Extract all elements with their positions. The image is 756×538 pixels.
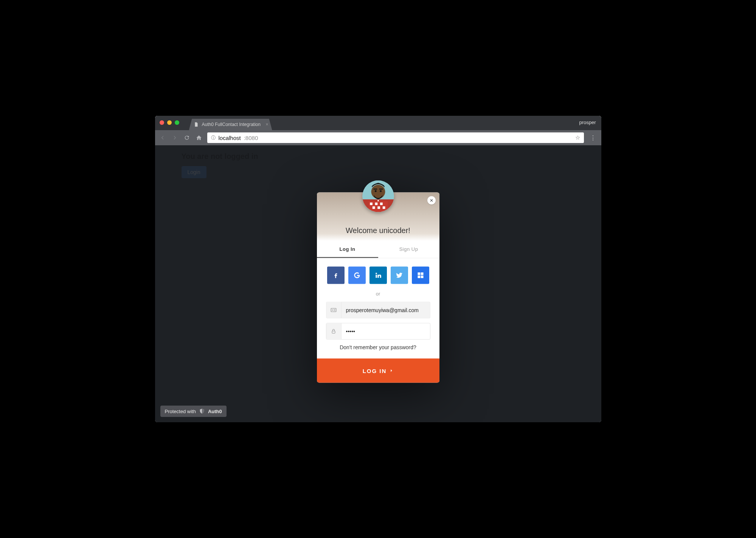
microsoft-login-button[interactable] <box>412 267 429 284</box>
svg-rect-11 <box>380 202 383 205</box>
svg-rect-10 <box>375 202 377 205</box>
email-icon <box>326 302 342 318</box>
svg-point-4 <box>374 190 376 192</box>
url-host: localhost <box>219 135 241 141</box>
address-bar[interactable]: ⓘ localhost:8080 ☆ <box>207 132 584 143</box>
svg-rect-6 <box>373 188 377 190</box>
auth-tabs: Log In Sign Up <box>317 241 439 258</box>
svg-rect-19 <box>331 308 336 312</box>
auth-modal: ✕ Welcome unicoder! Log In Sign Up or <box>317 193 439 383</box>
email-input[interactable] <box>342 307 430 313</box>
facebook-login-button[interactable] <box>327 267 345 284</box>
email-field-wrap <box>326 302 430 319</box>
browser-window: Auth0 FullContact Integration × prosper … <box>155 116 601 422</box>
svg-point-3 <box>371 185 385 199</box>
svg-rect-9 <box>370 202 373 205</box>
forward-button[interactable] <box>171 134 179 141</box>
facebook-icon <box>332 272 340 279</box>
auth-body: or Don't remember your password? <box>317 258 439 359</box>
submit-button[interactable]: LOG IN <box>317 359 439 383</box>
twitter-icon <box>396 272 403 279</box>
password-field-wrap <box>326 323 430 340</box>
back-button[interactable] <box>159 134 166 141</box>
or-divider: or <box>326 291 430 297</box>
browser-toolbar: ⓘ localhost:8080 ☆ ⋮ <box>155 130 601 145</box>
avatar-image <box>362 180 394 212</box>
svg-rect-13 <box>377 206 380 209</box>
tab-signup[interactable]: Sign Up <box>378 241 439 258</box>
tab-close-icon[interactable]: × <box>265 122 268 127</box>
svg-rect-15 <box>418 272 420 275</box>
browser-menu-button[interactable]: ⋮ <box>588 134 598 141</box>
social-login-row <box>326 267 430 284</box>
linkedin-login-button[interactable] <box>369 267 387 284</box>
tab-login[interactable]: Log In <box>317 241 378 258</box>
svg-rect-14 <box>382 206 385 209</box>
svg-rect-16 <box>421 272 423 275</box>
window-controls <box>160 120 179 125</box>
reload-button[interactable] <box>183 134 191 141</box>
svg-rect-7 <box>379 188 383 190</box>
badge-text: Protected with <box>165 409 196 414</box>
close-modal-button[interactable]: ✕ <box>427 196 436 205</box>
page-viewport: You are not logged in Login <box>155 145 601 422</box>
chevron-right-icon <box>390 368 393 373</box>
file-icon <box>194 122 199 127</box>
site-info-icon[interactable]: ⓘ <box>211 135 216 141</box>
home-button[interactable] <box>195 134 203 141</box>
browser-tab[interactable]: Auth0 FullContact Integration × <box>189 119 272 130</box>
url-port: :8080 <box>244 135 258 141</box>
lock-icon <box>326 323 342 339</box>
svg-rect-18 <box>421 275 423 278</box>
avatar <box>362 180 394 212</box>
twitter-login-button[interactable] <box>391 267 408 284</box>
submit-label: LOG IN <box>363 367 387 374</box>
auth0-shield-icon <box>199 408 205 414</box>
close-window-button[interactable] <box>160 120 164 125</box>
badge-brand: Auth0 <box>208 409 222 414</box>
password-input[interactable] <box>342 328 430 334</box>
auth0-badge[interactable]: Protected with Auth0 <box>160 406 227 417</box>
tab-title: Auth0 FullContact Integration <box>202 122 261 127</box>
profile-label[interactable]: prosper <box>579 120 596 125</box>
microsoft-icon <box>417 272 424 279</box>
forgot-password-link[interactable]: Don't remember your password? <box>326 344 430 350</box>
minimize-window-button[interactable] <box>167 120 172 125</box>
svg-point-5 <box>380 190 382 192</box>
google-login-button[interactable] <box>348 267 366 284</box>
google-icon <box>353 271 361 280</box>
linkedin-icon <box>374 272 382 279</box>
svg-rect-17 <box>418 275 420 278</box>
svg-rect-21 <box>332 331 335 333</box>
svg-rect-12 <box>372 206 375 209</box>
maximize-window-button[interactable] <box>175 120 179 125</box>
auth-modal-header: ✕ Welcome unicoder! <box>317 193 439 241</box>
bookmark-star-icon[interactable]: ☆ <box>575 134 580 141</box>
svg-point-20 <box>332 309 333 310</box>
welcome-heading: Welcome unicoder! <box>346 226 410 235</box>
tab-strip: Auth0 FullContact Integration × prosper <box>155 116 601 130</box>
